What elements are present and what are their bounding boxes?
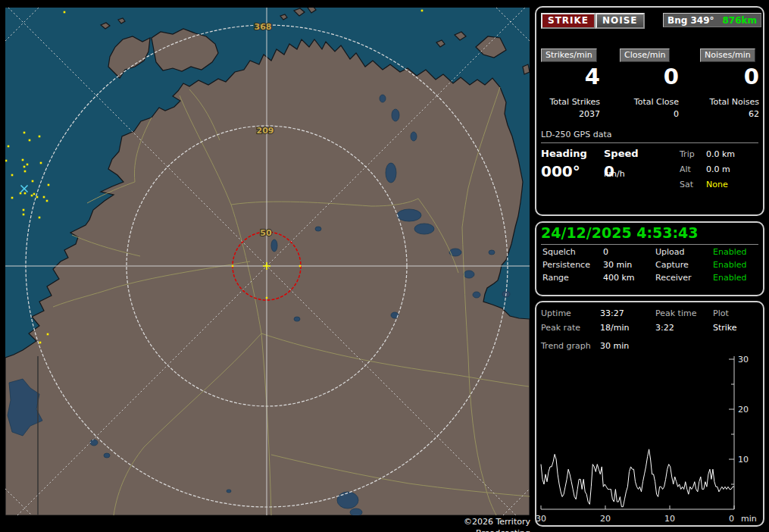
total-strikes-value: 2037 [541,109,600,119]
strike-dot [32,180,34,183]
speed-label: Speed [604,148,639,159]
plot-value: Strike [713,323,737,333]
y-tick-label: 30 [738,355,749,365]
strikes-per-min-value: 4 [541,64,600,89]
close-per-min-button[interactable]: Close/min [620,49,670,62]
strikes-per-min-button[interactable]: Strikes/min [541,49,597,62]
datetime-divider [541,244,758,245]
upload-status: Enabled [713,247,746,257]
range-label: Range [542,273,569,283]
strike-dot [23,214,25,216]
strike-dot [36,196,39,199]
trip-label: Trip [680,149,695,159]
capture-label: Capture [655,260,689,270]
receiver-label: Receiver [655,273,692,283]
x-tick-label: 0 [729,514,734,524]
total-close-value: 0 [620,109,679,119]
receiver-status: Enabled [713,273,746,283]
total-close-label: Total Close [611,97,679,107]
lightning-tracker-window: 50 209 368 ©2026 Territory Broadcasting … [0,0,769,532]
map-canvas: 50 209 368 [5,8,530,515]
strike-dot [39,342,42,344]
stats-panel: STRIKE NOISE Bng 349° 876km Strikes/min … [535,6,764,216]
trend-graph: 1020303020100min [536,350,766,528]
strike-dot [23,209,25,211]
strike-dot [27,164,29,166]
strike-map[interactable]: 50 209 368 [5,8,530,515]
noises-column: Noises/min 0 Total Noises 62 [700,8,759,129]
speed-number: 0 [604,162,614,180]
strike-dot [20,192,22,195]
ring-label-368: 368 [255,22,272,32]
uptime-value: 33:27 [600,308,624,318]
peak-rate-label: Peak rate [541,323,580,333]
x-tick-label: 30 [536,514,546,524]
y-tick-label: 20 [738,405,749,415]
peak-time-label: Peak time [655,308,696,318]
sat-label: Sat [680,180,693,189]
strike-dot [40,162,42,164]
strike-dot [46,200,48,202]
total-strikes-label: Total Strikes [532,97,600,107]
strike-dot [48,184,50,186]
strike-dot [11,174,14,177]
noises-per-min-value: 0 [700,64,759,89]
noises-per-min-button[interactable]: Noises/min [700,49,755,62]
strikes-column: Strikes/min 4 Total Strikes 2037 [541,8,600,129]
strike-dot [266,297,267,299]
strike-dot [8,146,10,148]
strike-dot [232,265,233,267]
strike-dot [64,11,66,14]
heading-value: 000° [541,162,580,180]
close-column: Close/min 0 Total Close 0 [620,8,679,129]
uptime-label: Uptime [541,308,571,318]
strike-dot [24,192,27,195]
strike-dot [33,193,36,196]
strike-dot [23,166,26,168]
total-noises-value: 62 [700,109,759,119]
alt-value: 0.0 m [706,164,730,174]
trend-line [541,449,734,507]
capture-status: Enabled [713,260,746,270]
trend-panel: Uptime 33:27 Peak time Plot Peak rate 18… [535,301,764,527]
map-copyright: ©2026 Territory Broadcasting [424,516,530,532]
persistence-label: Persistence [542,260,590,270]
speed-value: 0 km/h [604,162,625,180]
total-noises-label: Total Noises [691,97,759,107]
alt-label: Alt [680,164,691,174]
gps-section-header: LD-250 GPS data [541,130,611,139]
plot-label: Plot [713,308,729,318]
gps-divider [541,142,758,143]
strike-dot [22,159,24,161]
trip-value: 0.0 km [706,149,735,159]
ring-label-209: 209 [257,126,274,136]
strike-dot [39,217,41,219]
peak-rate-value: 18/min [600,323,629,333]
squelch-value: 0 [603,247,608,257]
datetime-display: 24/12/2025 4:53:43 [541,224,699,241]
strike-dot [23,132,26,134]
strike-dot [43,196,45,199]
x-unit-label: min [741,514,757,524]
squelch-label: Squelch [542,247,576,257]
ring-label-50: 50 [260,228,272,238]
strike-dot [299,265,301,267]
upload-label: Upload [655,247,685,257]
x-tick-label: 10 [664,514,675,524]
close-per-min-value: 0 [620,64,679,89]
x-tick-label: 20 [600,514,611,524]
strike-dot [11,197,14,199]
y-tick-label: 10 [738,455,749,465]
heading-label: Heading [541,148,587,159]
strike-dot [24,171,27,173]
strike-dot [47,333,49,336]
strike-dot [39,136,41,138]
strike-dot [29,139,31,142]
peak-time-value: 3:22 [655,323,674,333]
strike-dot [31,195,33,197]
strike-dot [421,10,424,12]
strike-dot [5,160,7,162]
persistence-value: 30 min [603,260,632,270]
status-panel: 24/12/2025 4:53:43 Squelch 0 Upload Enab… [535,221,764,296]
range-value: 400 km [603,273,635,283]
